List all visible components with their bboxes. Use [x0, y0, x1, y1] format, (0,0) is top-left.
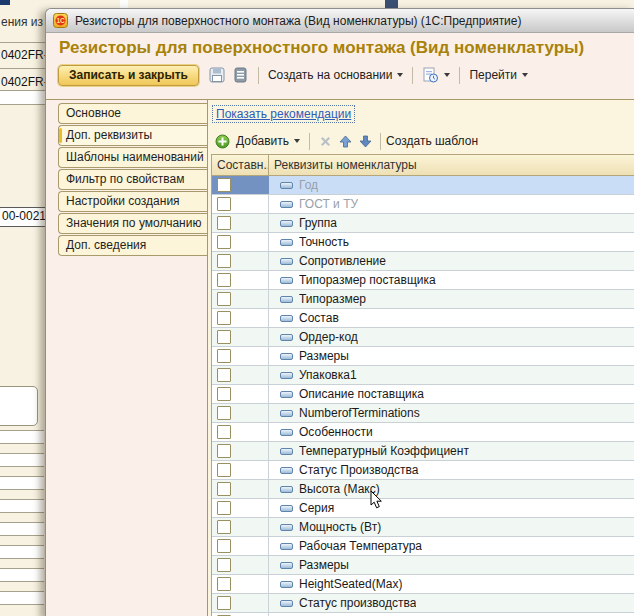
table-row[interactable]: Группа — [212, 214, 634, 233]
row-checkbox[interactable] — [217, 216, 231, 230]
row-checkbox[interactable] — [217, 463, 231, 477]
background-grid-line — [0, 68, 45, 69]
attribute-cell[interactable]: Статус Производства — [269, 461, 634, 479]
attribute-label: Температурный Коэффициент — [299, 444, 469, 458]
sidebar-tab-6[interactable]: Значения по умолчанию — [58, 213, 207, 234]
row-checkbox[interactable] — [217, 482, 231, 496]
row-checkbox[interactable] — [217, 273, 231, 287]
row-checkbox[interactable] — [217, 558, 231, 572]
row-checkbox[interactable] — [217, 368, 231, 382]
composite-cell — [212, 499, 269, 517]
window-title-bar[interactable]: 1С Резисторы для поверхностного монтажа … — [46, 9, 634, 33]
row-checkbox[interactable] — [217, 178, 231, 192]
delete-button[interactable] — [315, 131, 335, 151]
show-recommendations-link[interactable]: Показать рекомендации — [212, 105, 355, 123]
attribute-cell[interactable]: ГОСТ и ТУ — [269, 195, 634, 213]
table-row[interactable]: HeightSeated(Max) — [212, 575, 634, 594]
move-up-button[interactable] — [335, 131, 355, 151]
attribute-cell[interactable]: HeightSeated(Max) — [269, 575, 634, 593]
show-in-list-button[interactable] — [229, 64, 253, 86]
go-to-button[interactable]: Перейти — [465, 68, 532, 82]
chevron-down-icon — [397, 73, 403, 77]
table-row[interactable]: Статус производства — [212, 594, 634, 613]
row-checkbox[interactable] — [217, 501, 231, 515]
attribute-cell[interactable]: Размеры — [269, 347, 634, 365]
table-row[interactable]: Точность — [212, 233, 634, 252]
composite-cell — [212, 347, 269, 365]
table-row[interactable]: Описание поставщика — [212, 385, 634, 404]
attribute-cell[interactable]: Статус производства — [269, 594, 634, 612]
table-row[interactable]: Типоразмер поставщика — [212, 271, 634, 290]
row-checkbox[interactable] — [217, 444, 231, 458]
attribute-cell[interactable]: Рабочая Температура — [269, 537, 634, 555]
attribute-cell[interactable]: Сопротивление — [269, 252, 634, 270]
table-row[interactable]: Высота (Макс) — [212, 480, 634, 499]
sidebar-tab-5[interactable]: Настройки создания — [58, 191, 207, 212]
attribute-cell[interactable]: Год — [269, 176, 634, 194]
row-checkbox[interactable] — [217, 235, 231, 249]
attribute-cell[interactable]: Точность — [269, 233, 634, 251]
row-checkbox[interactable] — [217, 577, 231, 591]
row-checkbox[interactable] — [217, 406, 231, 420]
table-row[interactable]: Упаковка1 — [212, 366, 634, 385]
row-checkbox[interactable] — [217, 539, 231, 553]
table-row[interactable]: Размеры — [212, 556, 634, 575]
move-down-button[interactable] — [355, 131, 375, 151]
attribute-cell[interactable]: Мощность (Вт) — [269, 518, 634, 536]
save-and-close-button[interactable]: Записать и закрыть — [58, 65, 199, 86]
row-checkbox[interactable] — [217, 330, 231, 344]
attribute-cell[interactable]: Особенности — [269, 423, 634, 441]
table-row[interactable]: ГОСТ и ТУ — [212, 195, 634, 214]
create-based-on-button[interactable]: Создать на основании — [264, 68, 408, 82]
table-row[interactable]: Год — [212, 176, 634, 195]
sidebar-tab-3[interactable]: Шаблоны наименований — [58, 147, 207, 168]
attribute-cell[interactable]: Высота (Макс) — [269, 480, 634, 498]
attribute-cell[interactable]: Состав — [269, 309, 634, 327]
attribute-cell[interactable]: Температурный Коэффициент — [269, 442, 634, 460]
attribute-cell[interactable]: Типоразмер поставщика — [269, 271, 634, 289]
save-button[interactable] — [205, 64, 229, 86]
attribute-cell[interactable]: Серия — [269, 499, 634, 517]
table-row[interactable]: Статус Производства — [212, 461, 634, 480]
attribute-cell[interactable]: Упаковка1 — [269, 366, 634, 384]
attribute-label: HeightSeated(Max) — [299, 577, 402, 591]
attribute-cell[interactable]: Размеры — [269, 556, 634, 574]
table-row[interactable]: Мощность (Вт) — [212, 518, 634, 537]
attribute-cell[interactable]: Описание поставщика — [269, 385, 634, 403]
composite-cell — [212, 233, 269, 251]
column-header-attributes[interactable]: Реквизиты номенклатуры — [269, 155, 634, 175]
table-row[interactable]: Рабочая Температура — [212, 537, 634, 556]
sidebar-tab-7[interactable]: Доп. сведения — [58, 235, 207, 256]
create-template-button[interactable]: Создать шаблон — [386, 134, 478, 148]
attribute-cell[interactable]: Ордер-код — [269, 328, 634, 346]
attribute-cell[interactable]: Группа — [269, 214, 634, 232]
table-row[interactable]: Состав — [212, 309, 634, 328]
attribute-cell[interactable]: NumberofTerminations — [269, 404, 634, 422]
row-checkbox[interactable] — [217, 425, 231, 439]
table-row[interactable]: Типоразмер — [212, 290, 634, 309]
table-row[interactable]: Серия — [212, 499, 634, 518]
row-checkbox[interactable] — [217, 254, 231, 268]
sidebar-tab-1[interactable]: Основное — [58, 103, 207, 124]
row-checkbox[interactable] — [217, 596, 231, 610]
row-checkbox[interactable] — [217, 311, 231, 325]
table-row[interactable]: Размеры — [212, 347, 634, 366]
row-checkbox[interactable] — [217, 292, 231, 306]
column-header-composite[interactable]: Составн... — [212, 155, 269, 175]
attribute-icon — [280, 277, 293, 284]
row-checkbox[interactable] — [217, 349, 231, 363]
row-checkbox[interactable] — [217, 387, 231, 401]
row-checkbox[interactable] — [217, 520, 231, 534]
row-checkbox[interactable] — [217, 197, 231, 211]
table-row[interactable]: Сопротивление — [212, 252, 634, 271]
reports-button[interactable] — [418, 67, 454, 83]
table-row[interactable]: Особенности — [212, 423, 634, 442]
table-row[interactable]: NumberofTerminations — [212, 404, 634, 423]
table-row[interactable]: Ордер-код — [212, 328, 634, 347]
add-button[interactable]: Добавить — [232, 134, 304, 148]
table-row[interactable]: Температурный Коэффициент — [212, 442, 634, 461]
background-code-field: 00-00218 — [0, 207, 46, 227]
sidebar-tab-4[interactable]: Фильтр по свойствам — [58, 169, 207, 190]
sidebar-tab-2[interactable]: Доп. реквизиты — [58, 125, 207, 146]
attribute-cell[interactable]: Типоразмер — [269, 290, 634, 308]
